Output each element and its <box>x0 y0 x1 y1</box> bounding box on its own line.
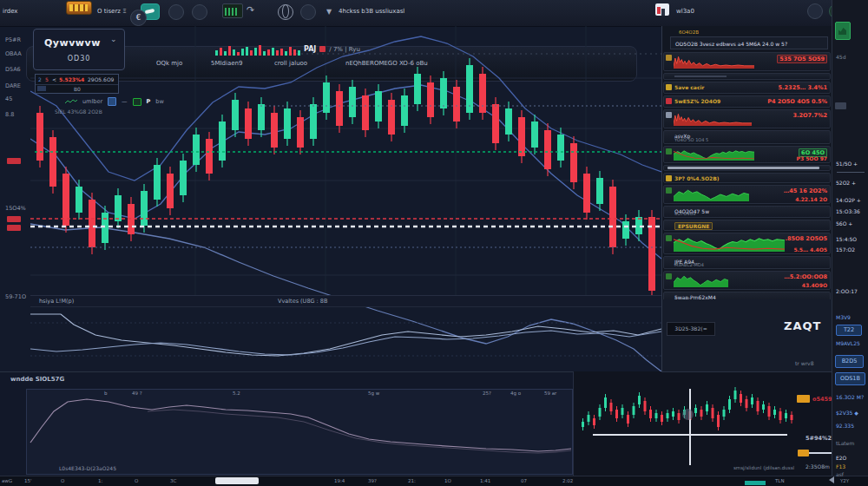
menu-item[interactable]: nEQhBEROMEGO XO-6 oBu <box>345 60 428 67</box>
watchlist-row[interactable]: 5ave cacir5.2325… 3.4%1 <box>663 82 831 94</box>
axis-price-badge <box>7 158 21 164</box>
crosshair-horizontal <box>593 434 787 436</box>
history-icon[interactable] <box>192 4 207 20</box>
legend-green-chip[interactable] <box>133 98 141 106</box>
right-col-value: 45d <box>836 54 845 60</box>
pin-icon[interactable]: ▼ <box>326 8 332 16</box>
watchlist-row[interactable] <box>663 73 831 80</box>
watchlist-row[interactable]: …45 16 2O2%4.22.14 2O <box>663 185 831 204</box>
status-tick: awG <box>2 478 12 483</box>
watchlist-row[interactable]: asvXpYO4O 5O 1O4 5 <box>663 130 831 144</box>
watchlist-row[interactable]: …5.2:OO:OO843.4O9O <box>663 271 831 290</box>
notifications-icon[interactable] <box>168 4 184 20</box>
status-tick: Y2Y <box>840 478 849 483</box>
broker-logo: € <box>130 10 147 26</box>
summary-sub: tr wrv8 <box>795 360 813 366</box>
menu-item[interactable]: 5MIdiaen9 <box>211 60 242 67</box>
status-tick: 15' <box>24 478 32 483</box>
refresh-icon[interactable]: ↷ <box>247 4 254 16</box>
timeframe-mini-strip <box>215 43 304 56</box>
crosshair-dot <box>682 409 694 420</box>
watchlist-row[interactable] <box>663 165 831 171</box>
row-sub-label: M3AEC2-MO4 <box>674 262 704 267</box>
watchlist-row[interactable]: EPSURGNE <box>663 220 831 231</box>
row-value: P4 2O5O 4O5 0.5% <box>767 98 827 105</box>
watchlist-row[interactable]: 5wE5Z% 2O4O9P4 2O5O 4O5 0.5% <box>663 95 831 108</box>
axis-price-label: OBAA <box>5 50 22 57</box>
pair-name: PAJ <box>304 45 316 53</box>
status-tick: O <box>61 478 64 483</box>
row-value: .85O8 2O5O5 <box>786 235 827 242</box>
micro-line <box>674 76 727 77</box>
trading-app: irdex O tiserz Ξ ↷ ▼ 4hckss b3B ussliuxa… <box>0 0 868 486</box>
right-col-value: tLatem <box>836 440 854 446</box>
row-icon <box>666 84 672 90</box>
symbol-selector[interactable]: Qywvwvw ⌄ OD30 <box>33 29 125 70</box>
horizontal-scrollbar-handle[interactable] <box>215 477 259 484</box>
status-tick: 1: <box>98 478 102 483</box>
session-text: 4hckss b3B ussliuxasl <box>339 8 404 15</box>
bottom-left-line-chart[interactable] <box>26 389 571 473</box>
axis-price-label: D5A6 <box>5 66 21 73</box>
watchlist-row[interactable]: 535 7O5 5O59 <box>663 52 831 71</box>
axis-price-badge <box>7 225 21 231</box>
watchlist-row[interactable]: 6O 45OP3 5OO 97 <box>663 146 831 163</box>
quote-cell: < <box>52 76 56 82</box>
watchlist-row[interactable]: JPE A94…M3AEC2-MO4 <box>663 256 831 269</box>
badge-line <box>809 452 832 454</box>
chart-thumbnail-icon[interactable] <box>222 3 243 18</box>
chart-legend: umlber — P bw <box>65 97 164 106</box>
bottom-left-footer: L0s4E343-D(23aO245 <box>59 465 116 471</box>
status-tick: 07 <box>521 478 527 483</box>
row-value-2: 4.22.14 2O <box>795 196 827 202</box>
status-tick: 3C <box>170 478 176 483</box>
row-label: EPSURGNE <box>674 222 713 230</box>
settings-icon[interactable] <box>807 3 823 19</box>
b2d5-button[interactable]: B2D5 <box>835 355 864 368</box>
app-logo-icon[interactable] <box>66 1 92 15</box>
globe-icon[interactable] <box>278 4 293 20</box>
summary-badge[interactable]: 3D25-3B2(= <box>667 322 715 336</box>
quote-cell: 5 <box>45 76 49 82</box>
watchlist-row[interactable]: 3.2O7.7%2 <box>663 109 831 128</box>
watchlist-header[interactable]: OD5O2B 3vesz edbwvs a4 5M6A 24.0 w 5? <box>670 36 828 49</box>
left-arrow-icon[interactable] <box>829 476 834 483</box>
legend-p: P <box>147 98 151 105</box>
progress-sliver <box>745 481 766 485</box>
brand-text: irdex <box>3 8 17 15</box>
t22-button[interactable]: T22 <box>836 325 862 336</box>
right-col-value: 92.335 <box>836 423 854 429</box>
quote-red-value: 5.523%4 <box>59 76 84 82</box>
status-tick: 1:41 <box>480 478 490 483</box>
ods-button[interactable]: ODS1B <box>835 372 865 385</box>
pair-extra: / 7% | Ryu <box>329 46 360 53</box>
mini-button[interactable] <box>835 102 846 109</box>
row-icon <box>666 235 672 241</box>
price-axis <box>0 26 30 373</box>
row-scrollbar[interactable] <box>667 167 819 169</box>
row-value: 3.2O7.7%2 <box>792 112 827 119</box>
watchlist-row[interactable]: O4O2O47 5w4O7O4O9 <box>663 206 831 218</box>
right-col-value: 15:4:5O <box>836 236 857 242</box>
chevron-down-icon[interactable]: ⌄ <box>110 35 117 43</box>
menu-item[interactable]: OQk mjo <box>156 60 182 67</box>
right-col-value: 51/5O + <box>836 161 858 167</box>
symbol-code: OD30 <box>34 55 124 62</box>
watchlist-row[interactable]: 3P? 0%4.5O2B) <box>663 173 831 183</box>
account-icon[interactable] <box>300 4 316 20</box>
row-value: …45 16 2O2% <box>784 187 827 194</box>
bottom-left-tick: 25? <box>483 391 491 396</box>
mini-chart-icon[interactable] <box>835 22 851 40</box>
menu-item[interactable]: croll jaluoo <box>274 60 307 67</box>
axis-price-label: DARE <box>5 82 21 89</box>
price-badge <box>798 450 809 456</box>
legend-toggle[interactable] <box>108 97 116 106</box>
stats-icon[interactable] <box>655 3 669 16</box>
watchlist-row[interactable]: .85O8 2O5O55.5… 4.4O5 <box>663 233 831 254</box>
bottom-left-tick: b <box>104 391 108 396</box>
bottom-right-spark-chart[interactable] <box>578 382 797 469</box>
indicator-chart[interactable] <box>30 305 661 371</box>
axis-price-label: 59-71O <box>5 293 26 300</box>
bottom-left-tick: 4g o <box>510 391 521 396</box>
workspace-label: O tiserz Ξ <box>97 8 127 15</box>
